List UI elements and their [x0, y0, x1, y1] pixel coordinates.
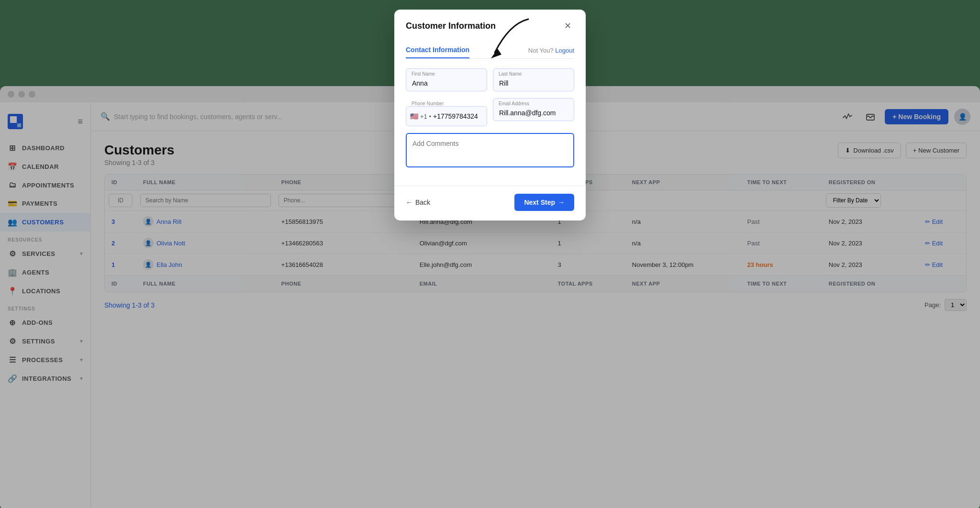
- modal-close-button[interactable]: ✕: [561, 19, 574, 33]
- close-icon: ✕: [564, 21, 571, 31]
- next-step-button[interactable]: Next Step →: [514, 194, 574, 211]
- phone-label: Phone Number: [406, 98, 487, 106]
- back-arrow-icon: ←: [406, 199, 412, 206]
- first-name-group: First Name: [406, 68, 487, 91]
- tab-contact-information[interactable]: Contact Information: [406, 42, 469, 58]
- modal-body: Contact Information Not You? Logout Firs…: [394, 40, 586, 186]
- modal-not-you: Not You? Logout: [528, 47, 574, 54]
- logout-link[interactable]: Logout: [555, 47, 574, 54]
- modal-overlay[interactable]: Customer Information ✕ Contact Informati…: [0, 0, 980, 508]
- first-name-label: First Name: [412, 71, 435, 77]
- email-label: Email Address: [499, 101, 529, 106]
- modal-footer: ← Back Next Step →: [394, 186, 586, 221]
- phone-group: Phone Number 🇺🇸 +1 •: [406, 98, 487, 126]
- phone-flag-icon: 🇺🇸: [410, 112, 418, 120]
- logout-text: Logout: [555, 47, 574, 54]
- contact-form-row: Phone Number 🇺🇸 +1 • Email Address: [406, 98, 574, 126]
- phone-number-input[interactable]: [433, 110, 483, 122]
- next-step-label: Next Step: [524, 199, 555, 206]
- last-name-group: Last Name: [493, 68, 574, 91]
- phone-code-text: +1 •: [420, 113, 431, 120]
- next-step-arrow-icon: →: [558, 199, 565, 206]
- customer-information-modal: Customer Information ✕ Contact Informati…: [394, 10, 586, 221]
- last-name-label: Last Name: [499, 71, 522, 77]
- not-you-text: Not You?: [528, 47, 554, 54]
- name-form-row: First Name Last Name: [406, 68, 574, 91]
- modal-tabs: Contact Information Not You? Logout: [406, 42, 574, 59]
- tab-contact-label: Contact Information: [406, 46, 469, 54]
- phone-input-group: 🇺🇸 +1 •: [406, 106, 487, 126]
- back-label: Back: [415, 199, 430, 206]
- back-button[interactable]: ← Back: [406, 199, 430, 206]
- email-group: Email Address: [493, 98, 574, 126]
- comments-group: [406, 133, 574, 169]
- comments-textarea[interactable]: [406, 133, 574, 167]
- modal-title: Customer Information: [406, 21, 496, 31]
- modal-header: Customer Information ✕: [394, 10, 586, 40]
